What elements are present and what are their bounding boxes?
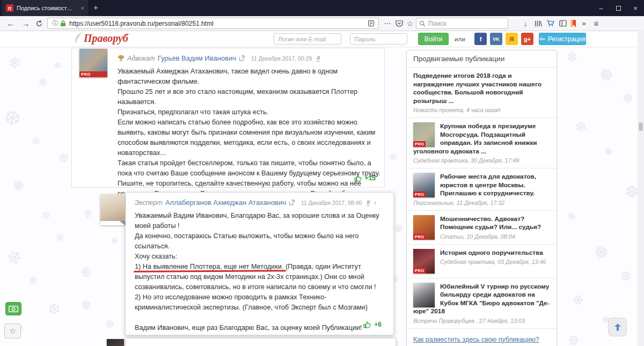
new-tab-button[interactable]: + — [93, 3, 98, 12]
cart-button[interactable] — [544, 16, 557, 31]
downloads-button[interactable]: ↓ — [519, 16, 531, 31]
publication-avatar[interactable]: PRO — [413, 122, 435, 147]
register-button[interactable]: Регистрация — [539, 33, 586, 45]
snowflake-icon: ❄ — [570, 117, 590, 137]
back-button[interactable]: ← — [4, 16, 17, 31]
trophy-icon — [118, 55, 125, 62]
browser-tab[interactable]: п Подпись стоимостью 15 млн. × — [2, 0, 88, 16]
comment-paragraph: Вадим Иванович, еще раз Благодарю Вас, з… — [135, 323, 385, 333]
donate-button[interactable] — [5, 302, 21, 315]
publication-item[interactable]: PRO Мошенничество. Адвокат? Помощник суд… — [407, 211, 557, 245]
publication-avatar[interactable] — [413, 283, 435, 307]
promoted-publications-panel: Продвигаемые публикации Подведение итого… — [406, 50, 557, 346]
url-bar[interactable]: ⓘ — [47, 18, 379, 29]
site-logo[interactable]: Праворуб — [74, 32, 128, 45]
snowflake-icon: ❅ — [108, 235, 120, 247]
url-input[interactable] — [69, 20, 368, 27]
like-button[interactable]: +6 — [363, 321, 382, 328]
comment-paragraph: Уважаемый Ахмеджан Атаханович, такое вид… — [118, 67, 380, 87]
minimize-button[interactable]: – — [592, 0, 610, 16]
page-actions-button[interactable]: ⋯ — [382, 16, 393, 31]
snowflake-icon: ❆ — [621, 92, 633, 105]
vk-icon[interactable]: VK — [490, 33, 502, 45]
yandex-icon[interactable]: Я — [506, 33, 518, 45]
scrollbar-track[interactable] — [638, 31, 644, 346]
snowflake-icon: ❄ — [82, 207, 94, 221]
publication-item[interactable]: Подведение итогов 2018 года и награждени… — [407, 68, 557, 118]
snowflake-icon: ❅ — [53, 60, 63, 71]
panel-title: Продвигаемые публикации — [407, 50, 557, 68]
pocket-button[interactable] — [394, 16, 405, 31]
external-link-icon[interactable] — [239, 55, 245, 61]
snowflake-icon: ❆ — [45, 300, 63, 318]
publication-item[interactable]: PRO Рабочие места для адвокатов, юристов… — [407, 168, 557, 211]
search-bar[interactable] — [416, 18, 508, 29]
login-button[interactable]: Войти — [418, 33, 449, 45]
comment-paragraph: Да конечно, постараюсь Статью выложить, … — [135, 231, 385, 252]
comment-avatar[interactable] — [107, 339, 124, 346]
scrollbar-thumb[interactable] — [639, 122, 643, 131]
search-input[interactable] — [428, 20, 511, 27]
comment-anchor-link[interactable]: # — [367, 199, 370, 206]
red-underlined-text: 1) На выявление Плоттера, еще нет Методи… — [135, 263, 283, 270]
publication-item[interactable]: PRO История одного поручительства Судебн… — [407, 245, 557, 278]
app-menu-button[interactable]: ≡ — [590, 16, 602, 31]
publication-item[interactable]: PRO Крупная победа в президиуме Мосгорсу… — [407, 118, 557, 168]
close-button[interactable]: × — [627, 0, 644, 16]
overflow-menu-button[interactable]: » — [579, 16, 589, 31]
gplus-icon[interactable]: g+ — [521, 33, 533, 45]
comment-header: Адвокат Гурьев Вадим Иванович 11 Декабря… — [118, 48, 384, 62]
comment-paragraph: 2) Но это исследование можно проводить в… — [135, 292, 385, 313]
reader-mode-button[interactable] — [368, 20, 375, 27]
snowflake-icon: ❅ — [591, 241, 612, 264]
comment-anchor-link[interactable]: # — [317, 55, 320, 62]
like-count: +15 — [365, 174, 376, 182]
restore-button[interactable] — [610, 0, 627, 16]
author-link[interactable]: Гурьев Вадим Иванович — [158, 54, 236, 62]
author-link[interactable]: Аллаберганов Ахмеджан Атаханович — [165, 198, 286, 207]
like-button[interactable]: +15 — [354, 174, 376, 182]
comment-card: Адвокат Гурьев Вадим Иванович 11 Декабря… — [71, 48, 385, 188]
up-arrow-icon — [613, 322, 623, 332]
comment-avatar[interactable] — [100, 194, 125, 225]
author-role: Адвокат — [127, 55, 155, 62]
publication-avatar[interactable]: PRO — [413, 249, 435, 274]
snowflake-icon: ❆ — [55, 150, 71, 166]
external-link-icon[interactable] — [289, 200, 295, 205]
comment-paragraph: Если можно написать статью более подробн… — [118, 117, 380, 158]
flag-extension-button[interactable] — [568, 16, 579, 31]
site-favicon-icon: п — [6, 4, 13, 12]
bookmark-star-button[interactable]: ☆ — [405, 16, 415, 31]
parent-comment-link[interactable]: ↑ — [374, 200, 377, 206]
forward-button[interactable]: → — [19, 16, 32, 31]
snowflake-icon: ❅ — [35, 75, 50, 91]
library-icon — [535, 20, 542, 27]
site-header: Праворуб Войти или f VK Я g+ Регистрация — [0, 31, 644, 47]
comment-paragraph: Такая статья пройдет бестселлером, тольк… — [118, 158, 380, 179]
snowflake-icon: ❆ — [565, 332, 581, 346]
publication-avatar[interactable]: PRO — [413, 173, 435, 197]
publication-avatar[interactable]: PRO — [413, 215, 435, 240]
avatar-photo — [79, 49, 107, 71]
pro-badge: PRO — [413, 234, 426, 240]
reload-button[interactable] — [33, 16, 45, 31]
library-button[interactable] — [532, 16, 544, 31]
publication-title[interactable]: Подведение итогов 2018 года и награждени… — [413, 72, 550, 105]
key-icon — [539, 36, 545, 42]
page-info-icon[interactable]: ⓘ — [52, 19, 58, 27]
place-publication-link[interactable]: Как разместить здесь свою публикацию? — [413, 336, 539, 343]
snowflake-icon: ❄ — [564, 209, 579, 225]
comment-header: Эксперт Аллаберганов Ахмеджан Атаханович… — [135, 193, 393, 207]
favorite-button[interactable]: ☆ — [4, 323, 21, 338]
scroll-to-top-button[interactable] — [608, 318, 627, 336]
login-input[interactable] — [274, 33, 341, 45]
snowflake-icon: ❄ — [8, 55, 21, 71]
comment-avatar[interactable]: PRO — [79, 49, 107, 77]
facebook-icon[interactable]: f — [474, 33, 487, 45]
tab-close-icon[interactable]: × — [81, 5, 84, 11]
password-input[interactable] — [350, 33, 407, 45]
comment-date: 11 Декабря 2017, 08:40 — [301, 200, 362, 206]
publication-item[interactable]: Юбилейный V турнир по русскому бильярду … — [407, 278, 557, 329]
reload-icon — [35, 20, 43, 27]
sidebar-toggle-button[interactable] — [557, 16, 569, 31]
